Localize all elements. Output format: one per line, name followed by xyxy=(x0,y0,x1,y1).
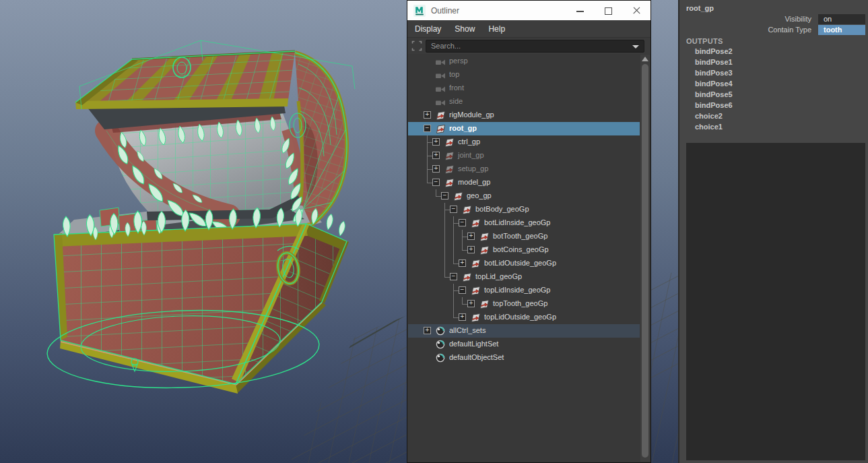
tree-item-defaultLightSet[interactable]: defaultLightSet xyxy=(408,338,640,351)
output-item[interactable]: bindPose5 xyxy=(695,90,733,101)
tree-item-rigModule_gp[interactable]: +rigModule_gp xyxy=(408,109,640,122)
tree-item-label: front xyxy=(449,84,464,92)
window-title: Outliner xyxy=(431,6,459,16)
maximize-button[interactable] xyxy=(594,1,622,20)
tree-item-top[interactable]: top xyxy=(408,68,640,82)
transform-icon xyxy=(444,137,455,147)
tree-item-botCoins_geoGp[interactable]: +botCoins_geoGp xyxy=(408,243,640,257)
transform-icon xyxy=(462,272,473,282)
collapse-toggle[interactable]: − xyxy=(450,273,457,280)
expand-toggle[interactable]: + xyxy=(424,111,431,119)
tree-item-label: ctrl_gp xyxy=(458,137,480,146)
tree-item-defaultObjectSet[interactable]: defaultObjectSet xyxy=(408,351,640,365)
transform-icon xyxy=(471,313,481,322)
tree-item-label: defaultObjectSet xyxy=(449,353,504,361)
tree-item-ctrl_gp[interactable]: +ctrl_gp xyxy=(408,135,640,149)
tree-item-joint_gp[interactable]: +joint_gp xyxy=(408,149,640,162)
tree-item-botLidOutside_geoGp[interactable]: +botLidOutside_geoGp xyxy=(408,257,640,270)
transform-icon xyxy=(436,111,446,120)
collapse-toggle[interactable]: − xyxy=(441,192,448,199)
tree-item-allCtrl_sets[interactable]: +allCtrl_sets xyxy=(408,324,640,338)
menu-show[interactable]: Show xyxy=(455,24,475,34)
output-item[interactable]: choice2 xyxy=(695,112,733,123)
output-item[interactable]: bindPose4 xyxy=(695,80,733,90)
tree-item-label: persp xyxy=(449,57,468,65)
visibility-field[interactable]: on xyxy=(818,14,865,24)
maya-desktop: Outliner Display Show Help Search... p xyxy=(0,0,868,463)
transform-icon xyxy=(444,164,455,174)
transform-icon xyxy=(436,124,446,133)
expand-toggle[interactable]: + xyxy=(424,327,431,334)
tree-item-setup_gp[interactable]: +setup_gp xyxy=(408,162,640,176)
expand-toggle[interactable]: + xyxy=(432,152,440,159)
menu-display[interactable]: Display xyxy=(415,24,441,34)
outliner-menubar: Display Show Help xyxy=(407,20,650,38)
tree-item-topLidInside_geoGp[interactable]: −topLidInside_geoGp xyxy=(408,284,640,297)
outliner-tree: persptopfrontside+rigModule_gp−root_gp+c… xyxy=(408,55,640,462)
tree-item-label: side xyxy=(449,97,463,105)
search-placeholder: Search... xyxy=(431,42,461,50)
tree-item-topLidOutside_geoGp[interactable]: +topLidOutside_geoGp xyxy=(408,311,640,324)
tree-item-side[interactable]: side xyxy=(408,95,640,109)
selection-filter-icon[interactable] xyxy=(411,40,422,51)
outliner-search-row: Search... xyxy=(407,38,650,54)
output-item[interactable]: bindPose2 xyxy=(695,47,733,58)
transform-icon xyxy=(471,218,481,228)
collapse-toggle[interactable]: − xyxy=(424,125,431,132)
outliner-titlebar[interactable]: Outliner xyxy=(407,1,650,20)
visibility-row: Visibility on xyxy=(679,14,868,25)
tree-item-topLid_geoGp[interactable]: −topLid_geoGp xyxy=(408,270,640,284)
collapse-toggle[interactable]: − xyxy=(459,219,466,226)
close-button[interactable] xyxy=(622,1,650,20)
outputs-header: OUTPUTS xyxy=(686,37,723,45)
output-item[interactable]: bindPose3 xyxy=(695,69,733,80)
expand-toggle[interactable]: + xyxy=(467,233,475,240)
minimize-button[interactable] xyxy=(566,1,594,20)
transform-icon xyxy=(444,151,455,160)
tree-item-botBody_geoGp[interactable]: −botBody_geoGp xyxy=(408,203,640,216)
menu-help[interactable]: Help xyxy=(488,24,505,34)
expand-toggle[interactable]: + xyxy=(432,165,440,173)
expand-toggle[interactable]: + xyxy=(467,300,475,307)
set-icon xyxy=(436,326,446,336)
expand-toggle[interactable]: + xyxy=(467,246,475,253)
tree-item-botLidInside_geoGp[interactable]: −botLidInside_geoGp xyxy=(408,216,640,230)
search-dropdown-icon[interactable] xyxy=(632,45,639,49)
expand-toggle[interactable]: + xyxy=(459,313,466,321)
scrollbar-thumb[interactable] xyxy=(642,64,648,458)
output-item[interactable]: bindPose1 xyxy=(695,58,733,69)
scroll-up-icon[interactable] xyxy=(642,57,648,61)
collapse-toggle[interactable]: − xyxy=(450,206,457,213)
search-input[interactable]: Search... xyxy=(426,40,644,53)
outliner-window: Outliner Display Show Help Search... p xyxy=(407,0,651,463)
tree-item-topTooth_geoGp[interactable]: +topTooth_geoGp xyxy=(408,297,640,311)
output-item[interactable]: bindPose6 xyxy=(695,101,733,112)
tree-item-label: root_gp xyxy=(449,124,477,132)
tree-item-label: topTooth_geoGp xyxy=(493,299,547,307)
tree-item-label: botBody_geoGp xyxy=(475,205,529,213)
tree-item-label: model_gp xyxy=(458,178,490,186)
expand-toggle[interactable]: + xyxy=(459,259,466,267)
tree-item-label: topLidInside_geoGp xyxy=(484,286,550,294)
tree-item-label: allCtrl_sets xyxy=(449,326,486,334)
set-icon xyxy=(436,340,446,349)
tree-item-persp[interactable]: persp xyxy=(408,55,640,68)
tree-item-front[interactable]: front xyxy=(408,82,640,95)
collapse-toggle[interactable]: − xyxy=(459,286,466,294)
tree-item-model_gp[interactable]: −model_gp xyxy=(408,176,640,189)
output-item[interactable]: choice1 xyxy=(695,123,733,133)
contain-type-field[interactable]: tooth xyxy=(818,25,865,35)
set-icon xyxy=(436,353,446,363)
collapse-toggle[interactable]: − xyxy=(432,179,440,186)
tree-item-label: setup_gp xyxy=(458,164,488,173)
tree-item-geo_gp[interactable]: −geo_gp xyxy=(408,189,640,203)
transform-icon xyxy=(471,286,481,295)
tree-item-label: topLidOutside_geoGp xyxy=(484,313,556,321)
expand-toggle[interactable]: + xyxy=(432,138,440,146)
tree-item-botTooth_geoGp[interactable]: +botTooth_geoGp xyxy=(408,230,640,243)
tree-item-label: geo_gp xyxy=(467,191,492,199)
tree-item-root_gp[interactable]: −root_gp xyxy=(408,122,640,135)
contain-type-row: Contain Type tooth xyxy=(679,25,868,36)
maya-logo-icon xyxy=(413,5,426,17)
outliner-scrollbar[interactable] xyxy=(640,55,650,462)
